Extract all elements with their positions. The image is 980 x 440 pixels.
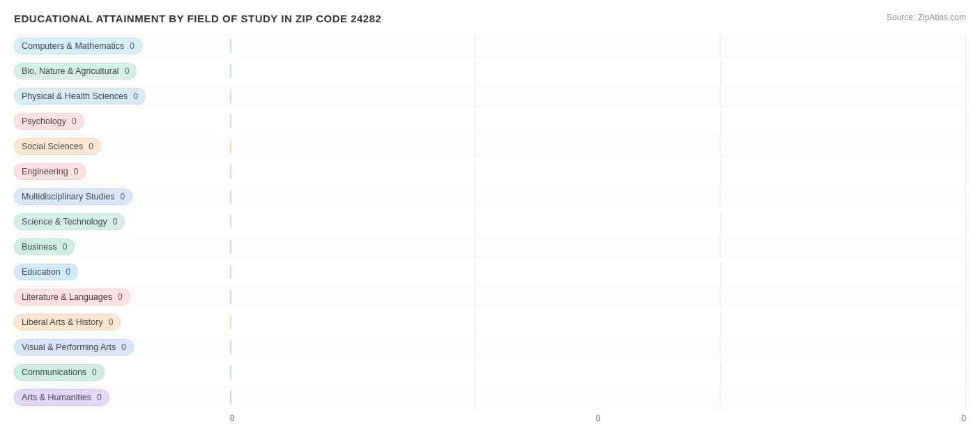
bar-label-area: Bio, Nature & Agricultural 0 xyxy=(14,63,230,79)
x-axis: 000 xyxy=(14,414,966,423)
bar-fill xyxy=(230,89,231,103)
bar-row: Science & Technology 0 xyxy=(14,210,966,234)
bar-pill: Physical & Health Sciences 0 xyxy=(14,88,146,105)
bar-pill: Science & Technology 0 xyxy=(14,213,125,230)
bar-label: Computers & Mathematics xyxy=(22,41,124,51)
bar-label-area: Liberal Arts & History 0 xyxy=(14,314,230,331)
bar-label-area: Visual & Performing Arts 0 xyxy=(14,339,230,356)
bar-label-area: Psychology 0 xyxy=(14,113,230,130)
bar-label: Literature & Languages xyxy=(22,292,112,302)
bar-fill xyxy=(230,165,231,179)
bar-label-area: Arts & Humanities 0 xyxy=(14,389,230,406)
bar-value: 0 xyxy=(68,167,79,176)
bar-area xyxy=(230,109,966,133)
bar-area xyxy=(230,260,966,284)
bar-pill: Bio, Nature & Agricultural 0 xyxy=(14,63,137,79)
bar-label: Arts & Humanities xyxy=(22,393,91,402)
bar-value: 0 xyxy=(57,242,68,252)
bar-row: Education 0 xyxy=(14,260,966,284)
bar-fill xyxy=(230,215,231,229)
bar-row: Liberal Arts & History 0 xyxy=(14,310,966,334)
bar-row: Social Sciences 0 xyxy=(14,135,966,158)
bar-fill xyxy=(230,139,231,153)
bar-label: Engineering xyxy=(22,167,68,176)
bar-area xyxy=(230,160,966,183)
bar-fill xyxy=(230,240,231,254)
bar-pill: Computers & Mathematics 0 xyxy=(14,38,142,54)
bar-value: 0 xyxy=(107,217,118,227)
bar-label-area: Computers & Mathematics 0 xyxy=(14,38,230,54)
bar-fill xyxy=(230,190,231,204)
bar-row: Literature & Languages 0 xyxy=(14,285,966,309)
bar-pill: Business 0 xyxy=(14,238,75,255)
bar-pill: Engineering 0 xyxy=(14,163,86,180)
bar-row: Visual & Performing Arts 0 xyxy=(14,335,966,359)
chart-body: Computers & Mathematics 0 Bio, Nature & … xyxy=(14,34,966,411)
bar-label-area: Engineering 0 xyxy=(14,163,230,180)
bar-label: Communications xyxy=(22,367,86,377)
bar-area xyxy=(230,135,966,158)
bar-label-area: Social Sciences 0 xyxy=(14,138,230,155)
x-axis-label: 0 xyxy=(475,414,721,423)
bar-label-area: Business 0 xyxy=(14,238,230,255)
bar-fill xyxy=(230,315,231,329)
bar-row: Engineering 0 xyxy=(14,160,966,183)
bar-area xyxy=(230,310,966,334)
bar-row: Bio, Nature & Agricultural 0 xyxy=(14,59,966,83)
bar-value: 0 xyxy=(116,342,126,352)
chart-source: Source: ZipAtlas.com xyxy=(887,13,966,22)
bar-area xyxy=(230,335,966,359)
bar-fill xyxy=(230,290,231,304)
bar-label-area: Literature & Languages 0 xyxy=(14,289,230,305)
bar-pill: Education 0 xyxy=(14,264,78,280)
bar-value: 0 xyxy=(114,192,125,202)
bar-value: 0 xyxy=(124,41,135,51)
bar-row: Multidisciplinary Studies 0 xyxy=(14,185,966,208)
bar-pill: Liberal Arts & History 0 xyxy=(14,314,121,331)
bar-value: 0 xyxy=(66,116,77,126)
bar-pill: Communications 0 xyxy=(14,364,105,381)
bar-pill: Visual & Performing Arts 0 xyxy=(14,339,134,356)
bar-value: 0 xyxy=(103,317,114,327)
bar-fill xyxy=(230,114,231,128)
chart-title: EDUCATIONAL ATTAINMENT BY FIELD OF STUDY… xyxy=(14,13,381,24)
bar-label: Liberal Arts & History xyxy=(22,317,103,327)
bar-label: Psychology xyxy=(22,116,66,126)
bar-area xyxy=(230,210,966,234)
bar-value: 0 xyxy=(83,142,93,151)
bar-value: 0 xyxy=(86,367,97,377)
bar-label: Physical & Health Sciences xyxy=(22,91,128,101)
x-axis-label: 0 xyxy=(721,414,966,423)
bar-value: 0 xyxy=(61,267,71,277)
bar-area xyxy=(230,285,966,309)
bar-value: 0 xyxy=(128,91,138,101)
bar-row: Psychology 0 xyxy=(14,109,966,133)
bar-row: Business 0 xyxy=(14,235,966,259)
bar-row: Arts & Humanities 0 xyxy=(14,386,966,409)
bar-area xyxy=(230,84,966,108)
bar-fill xyxy=(230,265,231,279)
bar-row: Physical & Health Sciences 0 xyxy=(14,84,966,108)
bar-fill xyxy=(230,365,231,379)
bar-area xyxy=(230,361,966,384)
bar-fill xyxy=(230,39,231,53)
x-axis-label: 0 xyxy=(230,414,475,423)
bar-label: Multidisciplinary Studies xyxy=(22,192,114,202)
bar-label: Education xyxy=(22,267,61,277)
bar-label-area: Education 0 xyxy=(14,264,230,280)
bar-pill: Arts & Humanities 0 xyxy=(14,389,109,406)
bar-label: Visual & Performing Arts xyxy=(22,342,116,352)
bar-area xyxy=(230,235,966,259)
bar-area xyxy=(230,386,966,409)
bar-area xyxy=(230,34,966,58)
bar-value: 0 xyxy=(91,393,102,402)
bar-pill: Literature & Languages 0 xyxy=(14,289,130,305)
bar-label-area: Communications 0 xyxy=(14,364,230,381)
bar-value: 0 xyxy=(112,292,123,302)
bar-label-area: Physical & Health Sciences 0 xyxy=(14,88,230,105)
chart-header: EDUCATIONAL ATTAINMENT BY FIELD OF STUDY… xyxy=(14,13,966,24)
bar-fill xyxy=(230,340,231,354)
bar-label: Bio, Nature & Agricultural xyxy=(22,66,119,76)
bar-label: Science & Technology xyxy=(22,217,107,227)
bar-pill: Psychology 0 xyxy=(14,113,84,130)
